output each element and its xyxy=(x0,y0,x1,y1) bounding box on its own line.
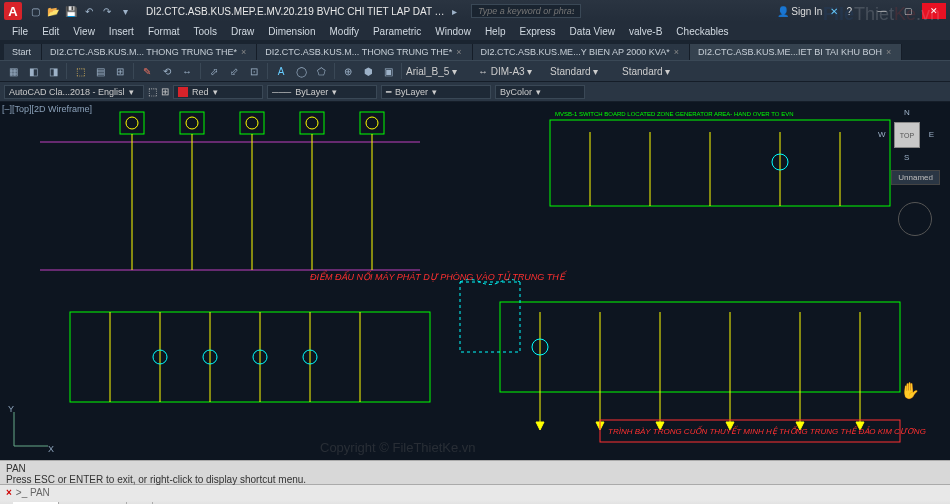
workspace-combo[interactable]: AutoCAD Cla...2018 - Englisl ▾ xyxy=(4,85,144,99)
tool-icon[interactable]: ▦ xyxy=(4,62,22,80)
tool-icon[interactable]: ▣ xyxy=(379,62,397,80)
svg-rect-6 xyxy=(240,112,264,134)
svg-rect-36 xyxy=(500,302,900,392)
qat-more-icon[interactable]: ▾ xyxy=(118,4,132,18)
menu-express[interactable]: Express xyxy=(513,24,561,39)
tool-icon[interactable]: ▤ xyxy=(91,62,109,80)
close-icon[interactable]: × xyxy=(241,47,246,57)
svg-point-7 xyxy=(246,117,258,129)
menu-insert[interactable]: Insert xyxy=(103,24,140,39)
svg-text:ĐIỂM ĐẤU NỐI MÁY PHÁT DỰ PHÒNG: ĐIỂM ĐẤU NỐI MÁY PHÁT DỰ PHÒNG VÀO TỦ TR… xyxy=(310,270,568,282)
quick-access-toolbar: ▢ 📂 💾 ↶ ↷ ▾ xyxy=(28,4,132,18)
svg-text:X: X xyxy=(48,444,54,454)
qat-save-icon[interactable]: 💾 xyxy=(64,4,78,18)
file-tabs: Start DI2.CTC.ASB.KUS.M... THONG TRUNG T… xyxy=(0,40,950,60)
help-icon[interactable]: ? xyxy=(846,6,852,17)
textstyle-combo[interactable]: Arial_B_5 ▾ xyxy=(406,66,476,77)
minimize-button[interactable]: — xyxy=(870,3,894,19)
maximize-button[interactable]: ▢ xyxy=(896,3,920,19)
file-tab[interactable]: DI2.CTC.ASB.KUS.M... THONG TRUNG THE*× xyxy=(257,44,472,60)
tool-icon[interactable]: ⬢ xyxy=(359,62,377,80)
tool-icon[interactable]: ◯ xyxy=(292,62,310,80)
sign-in-link[interactable]: 👤 Sign In xyxy=(777,6,823,17)
linetype-combo[interactable]: ─── ByLayer ▾ xyxy=(267,85,377,99)
svg-point-9 xyxy=(306,117,318,129)
menu-draw[interactable]: Draw xyxy=(225,24,260,39)
qat-redo-icon[interactable]: ↷ xyxy=(100,4,114,18)
window-title: DI2.CTC.ASB.KUS.MEP.E.MV.20.219 BVHC CHI… xyxy=(146,6,446,17)
tool-icon[interactable]: ⬚ xyxy=(71,62,89,80)
svg-rect-17 xyxy=(70,312,430,402)
svg-marker-46 xyxy=(536,422,544,430)
file-tab[interactable]: DI2.CTC.ASB.KUS.ME...IET BI TAI KHU BOH× xyxy=(690,44,902,60)
tool-icon[interactable]: ↔ xyxy=(178,62,196,80)
tool-icon[interactable]: ◧ xyxy=(24,62,42,80)
close-button[interactable]: ✕ xyxy=(922,3,946,19)
file-tab[interactable]: DI2.CTC.ASB.KUS.ME...Y BIEN AP 2000 KVA*… xyxy=(473,44,690,60)
unnamed-view-button[interactable]: Unnamed xyxy=(891,170,940,185)
menu-parametric[interactable]: Parametric xyxy=(367,24,427,39)
tool-icon[interactable]: ⊕ xyxy=(339,62,357,80)
property-bar: AutoCAD Cla...2018 - Englisl ▾ ⬚ ⊞ Red ▾… xyxy=(0,82,950,102)
menu-modify[interactable]: Modify xyxy=(324,24,365,39)
menu-file[interactable]: File xyxy=(6,24,34,39)
menu-tools[interactable]: Tools xyxy=(188,24,223,39)
svg-rect-10 xyxy=(360,112,384,134)
svg-rect-2 xyxy=(120,112,144,134)
menu-valveb[interactable]: valve-B xyxy=(623,24,668,39)
close-icon[interactable]: × xyxy=(886,47,891,57)
menu-edit[interactable]: Edit xyxy=(36,24,65,39)
close-icon[interactable]: × xyxy=(674,47,679,57)
svg-point-3 xyxy=(126,117,138,129)
layer-icon[interactable]: ⬚ xyxy=(148,86,157,97)
qat-new-icon[interactable]: ▢ xyxy=(28,4,42,18)
menu-dimension[interactable]: Dimension xyxy=(262,24,321,39)
tool-icon[interactable]: ⟲ xyxy=(158,62,176,80)
xchange-icon[interactable]: ✕ xyxy=(830,6,838,17)
layout-tabs: ≡ Model IN LAYOUT + Press pick button an… xyxy=(0,500,950,504)
menu-checkables[interactable]: Checkables xyxy=(670,24,734,39)
help-search-input[interactable] xyxy=(471,4,581,18)
close-icon[interactable]: × xyxy=(456,47,461,57)
menu-bar: File Edit View Insert Format Tools Draw … xyxy=(0,22,950,40)
tool-icon[interactable]: ⬀ xyxy=(205,62,223,80)
qat-undo-icon[interactable]: ↶ xyxy=(82,4,96,18)
menu-view[interactable]: View xyxy=(67,24,101,39)
menu-dataview[interactable]: Data View xyxy=(564,24,621,39)
color-combo[interactable]: Red ▾ xyxy=(173,85,263,99)
tool-icon[interactable]: ✎ xyxy=(138,62,156,80)
std1-combo[interactable]: Standard ▾ xyxy=(550,66,620,77)
file-tab[interactable]: DI2.CTC.ASB.KUS.M... THONG TRUNG THE*× xyxy=(42,44,257,60)
layer-icon[interactable]: ⊞ xyxy=(161,86,169,97)
drawing-area[interactable]: [–][Top][2D Wireframe] MVSB-1 SWITCH BOA… xyxy=(0,102,950,460)
file-tab-start[interactable]: Start xyxy=(4,44,42,60)
plotstyle-combo[interactable]: ByColor ▾ xyxy=(495,85,585,99)
tool-icon[interactable]: A xyxy=(272,62,290,80)
main-toolbar: ▦ ◧ ◨ ⬚ ▤ ⊞ ✎ ⟲ ↔ ⬀ ⬃ ⊡ A ◯ ⬠ ⊕ ⬢ ▣ Aria… xyxy=(0,60,950,82)
svg-point-5 xyxy=(186,117,198,129)
svg-rect-28 xyxy=(550,120,890,206)
tool-icon[interactable]: ◨ xyxy=(44,62,62,80)
svg-rect-4 xyxy=(180,112,204,134)
menu-format[interactable]: Format xyxy=(142,24,186,39)
title-bar: A ▢ 📂 💾 ↶ ↷ ▾ DI2.CTC.ASB.KUS.MEP.E.MV.2… xyxy=(0,0,950,22)
nav-wheel[interactable] xyxy=(898,202,932,236)
std2-combo[interactable]: Standard ▾ xyxy=(622,66,692,77)
ucs-icon[interactable]: YX xyxy=(6,404,56,454)
menu-help[interactable]: Help xyxy=(479,24,512,39)
tool-icon[interactable]: ⬃ xyxy=(225,62,243,80)
close-icon[interactable]: × xyxy=(6,487,12,498)
qat-open-icon[interactable]: 📂 xyxy=(46,4,60,18)
lineweight-combo[interactable]: ━ ByLayer ▾ xyxy=(381,85,491,99)
view-cube[interactable]: N S E W TOP xyxy=(882,110,932,160)
tool-icon[interactable]: ⊡ xyxy=(245,62,263,80)
command-line[interactable]: PAN Press ESC or ENTER to exit, or right… xyxy=(0,460,950,500)
dimstyle-combo[interactable]: ↔ DIM-A3 ▾ xyxy=(478,66,548,77)
tool-icon[interactable]: ⬠ xyxy=(312,62,330,80)
app-logo[interactable]: A xyxy=(4,2,22,20)
menu-window[interactable]: Window xyxy=(429,24,477,39)
svg-rect-44 xyxy=(460,282,520,352)
tool-icon[interactable]: ⊞ xyxy=(111,62,129,80)
schematic-drawing: MVSB-1 SWITCH BOARD LOCATED ZONE GENERAT… xyxy=(0,102,950,460)
svg-text:TRÌNH BÀY TRONG CUỐN THUYẾT MI: TRÌNH BÀY TRONG CUỐN THUYẾT MINH HỆ THỐN… xyxy=(608,425,926,436)
